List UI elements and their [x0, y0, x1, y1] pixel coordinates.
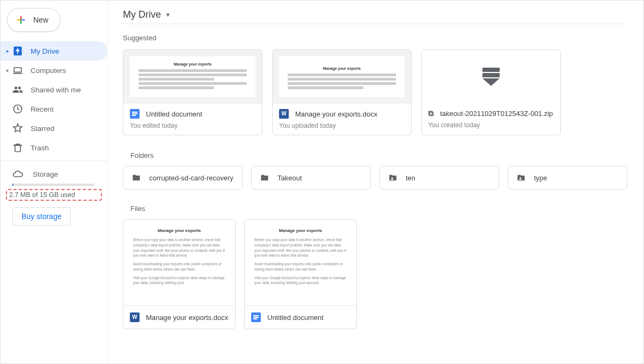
file-name: Manage your exports.docx: [146, 314, 228, 322]
plus-icon: [15, 14, 27, 26]
sidebar-item-recent[interactable]: Recent: [1, 99, 107, 119]
preview-thumbnail: Manage your exports Before you copy your…: [245, 220, 356, 305]
suggested-card[interactable]: Manage your exports Untitled document Yo…: [123, 49, 262, 135]
folder-name: corrupted-sd-card-recovery: [149, 174, 233, 182]
chevron-down-icon: ▼: [165, 12, 171, 18]
word-icon: W: [130, 312, 140, 322]
sidebar-item-label: Storage: [33, 170, 58, 178]
shared-folder-icon: [516, 173, 526, 182]
file-subtitle: You edited today: [130, 122, 255, 129]
sidebar-item-label: Computers: [31, 67, 66, 75]
sidebar-item-my-drive[interactable]: ▸ My Drive: [1, 41, 107, 61]
computers-icon: [12, 65, 23, 76]
suggested-card[interactable]: Manage your exports W Manage your export…: [272, 49, 412, 135]
buy-storage-button[interactable]: Buy storage: [12, 207, 71, 225]
storage-usage-highlight: 2.7 MB of 15 GB used: [6, 189, 102, 201]
new-button-label: New: [33, 16, 48, 24]
new-button[interactable]: New: [7, 8, 61, 32]
sidebar: New ▸ My Drive ▸ Computers Shared with m…: [1, 1, 108, 363]
folder-icon: [259, 173, 270, 182]
shared-folder-icon: [387, 173, 398, 182]
word-icon: W: [279, 109, 289, 119]
svg-point-2: [519, 177, 521, 179]
sidebar-item-label: Trash: [31, 144, 49, 152]
folder-card[interactable]: type: [508, 166, 627, 190]
storage-progress-bar: [12, 184, 94, 186]
folder-card[interactable]: ten: [379, 166, 499, 190]
sidebar-item-storage[interactable]: Storage: [1, 164, 107, 184]
docs-icon: [130, 109, 140, 119]
preview-thumbnail: Manage your exports Before you copy your…: [123, 220, 235, 305]
trash-icon: [12, 142, 23, 153]
file-name: Untitled document: [267, 314, 324, 322]
folder-icon: [131, 173, 142, 182]
sidebar-item-starred[interactable]: Starred: [1, 119, 107, 138]
folder-card[interactable]: corrupted-sd-card-recovery: [123, 166, 243, 190]
download-icon: [482, 68, 500, 86]
expand-icon: ▸: [5, 48, 10, 54]
sidebar-item-shared[interactable]: Shared with me: [1, 80, 107, 99]
folder-name: type: [534, 174, 547, 182]
section-folders-title: Folders: [130, 151, 627, 159]
cloud-icon: [12, 169, 23, 179]
file-name: Manage your exports.docx: [295, 110, 377, 118]
breadcrumb[interactable]: My Drive ▼: [123, 6, 627, 24]
sidebar-item-label: Starred: [31, 125, 54, 133]
preview-thumbnail: Manage your exports: [273, 50, 411, 104]
divider: [1, 161, 107, 161]
expand-icon: ▸: [5, 68, 10, 73]
file-name: Untitled document: [146, 110, 202, 118]
file-subtitle: You created today: [428, 121, 554, 129]
preview-thumbnail: [422, 50, 560, 104]
folder-card[interactable]: Takeout: [251, 166, 371, 190]
file-name: takeout-20211029T012543Z-001.zip: [440, 110, 553, 118]
preview-thumbnail: Manage your exports: [123, 50, 262, 104]
main-content: My Drive ▼ Suggested Manage your exports…: [108, 1, 643, 363]
folder-name: ten: [406, 174, 415, 182]
star-icon: [12, 123, 23, 134]
section-suggested-title: Suggested: [123, 34, 627, 42]
sidebar-item-label: Recent: [31, 105, 54, 113]
section-files-title: Files: [130, 205, 627, 213]
storage-usage-text: 2.7 MB of 15 GB used: [9, 191, 99, 199]
docs-icon: [251, 312, 261, 322]
people-icon: [12, 84, 23, 95]
breadcrumb-label: My Drive: [123, 9, 161, 20]
suggested-card[interactable]: ⧉ takeout-20211029T012543Z-001.zip You c…: [421, 49, 561, 135]
clock-icon: [12, 104, 23, 114]
sidebar-item-computers[interactable]: ▸ Computers: [1, 61, 107, 80]
svg-point-1: [391, 177, 393, 179]
sidebar-item-label: My Drive: [31, 47, 59, 55]
sidebar-item-label: Shared with me: [31, 86, 81, 94]
drive-icon: [12, 46, 23, 56]
sidebar-item-trash[interactable]: Trash: [1, 138, 107, 157]
file-card[interactable]: Manage your exports Before you copy your…: [123, 219, 236, 329]
folder-name: Takeout: [277, 174, 302, 182]
zip-icon: ⧉: [428, 109, 434, 118]
file-subtitle: You uploaded today: [279, 122, 405, 129]
file-card[interactable]: Manage your exports Before you copy your…: [244, 219, 357, 329]
